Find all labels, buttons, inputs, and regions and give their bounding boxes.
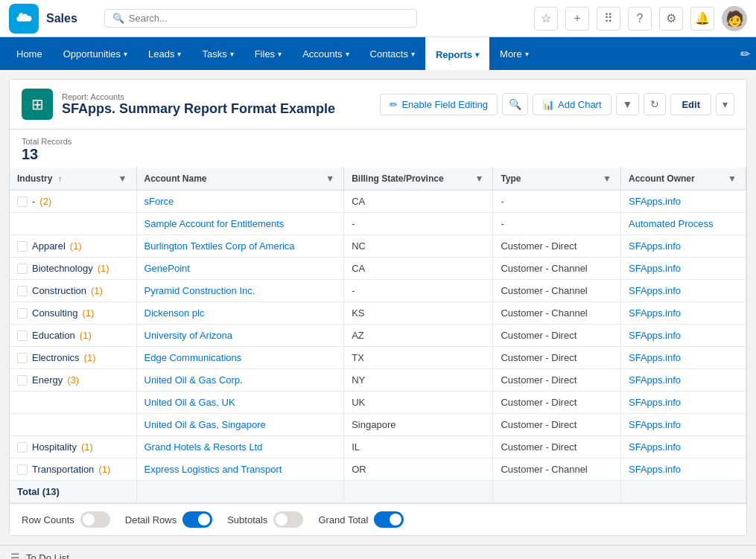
account-owner-cell[interactable]: SFApps.info	[620, 302, 746, 325]
account-name-cell[interactable]: United Oil & Gas Corp.	[136, 369, 344, 392]
account-name-cell[interactable]: Dickenson plc	[136, 302, 344, 325]
account-owner-link[interactable]: SFApps.info	[629, 441, 681, 453]
row-checkbox[interactable]	[17, 308, 28, 319]
subtotals-toggle[interactable]	[273, 511, 303, 528]
col-industry-filter[interactable]: ▼	[117, 173, 129, 184]
account-name-cell[interactable]: GenePoint	[136, 258, 344, 280]
account-name-cell[interactable]: Grand Hotels & Resorts Ltd	[136, 436, 344, 459]
nav-item-opportunities[interactable]: Opportunities ▾	[53, 37, 138, 70]
row-counts-toggle[interactable]	[80, 511, 110, 528]
row-checkbox[interactable]	[17, 197, 28, 207]
account-name-link[interactable]: sForce	[144, 196, 174, 207]
account-name-cell[interactable]: United Oil & Gas, Singapore	[136, 414, 344, 436]
row-checkbox[interactable]	[17, 263, 28, 274]
account-owner-cell[interactable]: Automated Process	[620, 213, 746, 235]
todo-list-label[interactable]: To Do List	[26, 552, 69, 560]
account-owner-cell[interactable]: SFApps.info	[620, 414, 746, 436]
account-owner-link[interactable]: SFApps.info	[629, 240, 681, 252]
account-owner-link[interactable]: SFApps.info	[629, 397, 681, 408]
account-name-cell[interactable]: Burlington Textiles Corp of America	[136, 235, 344, 258]
account-name-cell[interactable]: Express Logistics and Transport	[136, 459, 344, 481]
nav-item-tasks[interactable]: Tasks ▾	[191, 37, 244, 70]
more-actions-button[interactable]: ▾	[716, 93, 734, 115]
account-owner-cell[interactable]: SFApps.info	[620, 459, 746, 481]
col-account-owner-filter[interactable]: ▼	[726, 173, 738, 184]
refresh-button[interactable]: ↻	[644, 93, 666, 115]
account-name-link[interactable]: Grand Hotels & Resorts Ltd	[144, 441, 263, 453]
avatar[interactable]: 🧑	[722, 6, 747, 31]
enable-field-editing-button[interactable]: ✏ Enable Field Editing	[380, 94, 498, 115]
search-input[interactable]	[129, 13, 409, 24]
row-checkbox[interactable]	[17, 375, 28, 386]
account-name-link[interactable]: Dickenson plc	[144, 307, 205, 319]
setup-button[interactable]: ⚙	[659, 7, 683, 31]
account-name-link[interactable]: GenePoint	[144, 263, 190, 274]
account-owner-cell[interactable]: SFApps.info	[620, 191, 746, 213]
account-owner-link[interactable]: SFApps.info	[629, 263, 681, 274]
type-cell: -	[493, 213, 621, 235]
edit-button[interactable]: Edit	[670, 94, 711, 115]
nav-item-contacts[interactable]: Contacts ▾	[360, 37, 425, 70]
filter-button[interactable]: ▼	[616, 93, 640, 115]
nav-item-more[interactable]: More ▾	[489, 37, 539, 70]
account-name-cell[interactable]: Edge Communications	[136, 347, 344, 369]
account-name-link[interactable]: United Oil & Gas, Singapore	[144, 419, 266, 430]
account-name-link[interactable]: Sample Account for Entitlements	[144, 218, 285, 229]
account-owner-cell[interactable]: SFApps.info	[620, 235, 746, 258]
search-report-button[interactable]: 🔍	[502, 93, 528, 115]
favorites-button[interactable]: ☆	[534, 7, 558, 31]
account-name-link[interactable]: Burlington Textiles Corp of America	[144, 240, 295, 252]
nav-item-files[interactable]: Files ▾	[244, 37, 292, 70]
col-billing-state-filter[interactable]: ▼	[474, 173, 486, 184]
row-checkbox[interactable]	[17, 464, 28, 475]
account-name-link[interactable]: University of Arizona	[144, 330, 233, 341]
account-owner-cell[interactable]: SFApps.info	[620, 392, 746, 414]
nav-item-reports[interactable]: Reports ▾	[425, 37, 489, 70]
search-bar[interactable]: 🔍	[104, 9, 417, 28]
account-owner-cell[interactable]: SFApps.info	[620, 369, 746, 392]
nav-item-leads[interactable]: Leads ▾	[138, 37, 191, 70]
account-name-cell[interactable]: United Oil & Gas, UK	[136, 392, 344, 414]
nav-edit-button[interactable]: ✏	[740, 47, 750, 61]
account-owner-link[interactable]: SFApps.info	[629, 285, 681, 296]
account-owner-cell[interactable]: SFApps.info	[620, 436, 746, 459]
detail-rows-toggle[interactable]	[182, 511, 212, 528]
account-name-cell[interactable]: University of Arizona	[136, 325, 344, 347]
waffle-button[interactable]: ⠿	[597, 7, 620, 31]
account-name-link[interactable]: Edge Communications	[144, 352, 242, 363]
account-name-cell[interactable]: sForce	[136, 191, 344, 213]
quick-create-button[interactable]: ＋	[565, 7, 589, 31]
account-owner-link[interactable]: SFApps.info	[629, 374, 681, 386]
notifications-button[interactable]: 🔔	[690, 7, 714, 31]
nav-item-accounts[interactable]: Accounts ▾	[292, 37, 359, 70]
col-account-name-filter[interactable]: ▼	[324, 173, 336, 184]
help-button[interactable]: ?	[628, 7, 652, 31]
row-checkbox[interactable]	[17, 442, 28, 453]
nav-item-label: Accounts	[302, 48, 342, 60]
account-owner-link[interactable]: Automated Process	[629, 218, 713, 229]
account-name-link[interactable]: Express Logistics and Transport	[144, 464, 282, 475]
row-checkbox[interactable]	[17, 241, 28, 252]
row-checkbox[interactable]	[17, 286, 28, 296]
account-owner-link[interactable]: SFApps.info	[629, 330, 681, 341]
account-owner-cell[interactable]: SFApps.info	[620, 347, 746, 369]
col-type-filter[interactable]: ▼	[601, 173, 613, 184]
account-owner-link[interactable]: SFApps.info	[629, 307, 681, 319]
row-checkbox[interactable]	[17, 353, 28, 363]
account-owner-link[interactable]: SFApps.info	[629, 419, 681, 430]
account-owner-cell[interactable]: SFApps.info	[620, 325, 746, 347]
nav-item-home[interactable]: Home	[6, 37, 53, 70]
account-owner-cell[interactable]: SFApps.info	[620, 280, 746, 302]
account-name-link[interactable]: United Oil & Gas Corp.	[144, 374, 243, 386]
grand-total-toggle[interactable]	[374, 511, 404, 528]
account-name-cell[interactable]: Sample Account for Entitlements	[136, 213, 344, 235]
account-name-link[interactable]: United Oil & Gas, UK	[144, 397, 235, 408]
row-checkbox[interactable]	[17, 330, 28, 341]
add-chart-button[interactable]: 📊 Add Chart	[533, 94, 612, 115]
account-owner-cell[interactable]: SFApps.info	[620, 258, 746, 280]
account-owner-link[interactable]: SFApps.info	[629, 352, 681, 363]
account-name-link[interactable]: Pyramid Construction Inc.	[144, 285, 255, 296]
account-owner-link[interactable]: SFApps.info	[629, 196, 681, 207]
account-owner-link[interactable]: SFApps.info	[629, 464, 681, 475]
account-name-cell[interactable]: Pyramid Construction Inc.	[136, 280, 344, 302]
